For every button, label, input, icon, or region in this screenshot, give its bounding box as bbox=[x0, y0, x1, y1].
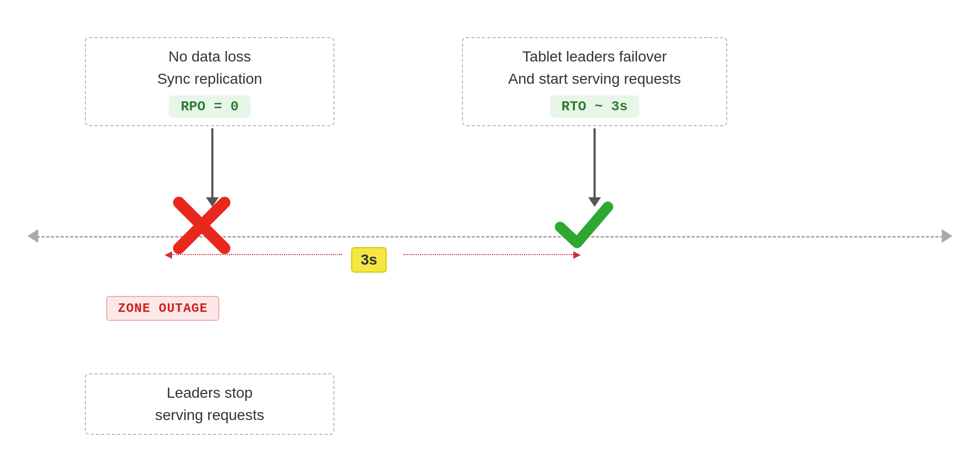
annotation-rpo-text: No data loss Sync replication bbox=[98, 46, 322, 90]
timeline-arrow-right bbox=[942, 229, 952, 243]
rto-line-left bbox=[172, 254, 342, 255]
annotation-rto-text: Tablet leaders failover And start servin… bbox=[475, 46, 715, 90]
rto-span-arrow-right bbox=[573, 251, 581, 259]
annotation-box-leaders: Leaders stop serving requests bbox=[85, 373, 334, 435]
rto-line1: Tablet leaders failover bbox=[522, 48, 667, 65]
rto-line-right bbox=[403, 254, 573, 255]
diagram-container: No data loss Sync replication RPO = 0 Ta… bbox=[0, 0, 980, 472]
rpo-line1: No data loss bbox=[168, 48, 251, 65]
rto-metric: RTO ~ 3s bbox=[550, 95, 640, 118]
arrow-rpo-to-x bbox=[206, 128, 219, 207]
leaders-line2: serving requests bbox=[155, 407, 264, 423]
x-mark bbox=[173, 196, 231, 255]
zone-outage-badge: ZONE OUTAGE bbox=[106, 296, 219, 321]
timeline bbox=[32, 236, 948, 238]
rto-span-arrow-left bbox=[165, 251, 172, 259]
arrow-line bbox=[211, 128, 213, 197]
timeline-arrow-left bbox=[28, 229, 38, 243]
annotation-box-rto: Tablet leaders failover And start servin… bbox=[462, 37, 727, 126]
rpo-metric: RPO = 0 bbox=[169, 95, 250, 118]
rpo-line2: Sync replication bbox=[157, 71, 262, 87]
check-mark bbox=[555, 196, 613, 255]
duration-label: 3s bbox=[351, 247, 386, 273]
rto-line2: And start serving requests bbox=[508, 71, 681, 87]
annotation-box-rpo: No data loss Sync replication RPO = 0 bbox=[85, 37, 334, 126]
annotation-leaders-text: Leaders stop serving requests bbox=[98, 382, 322, 426]
arrow-line2 bbox=[594, 128, 596, 197]
leaders-line1: Leaders stop bbox=[167, 384, 253, 401]
arrow-rto-to-check bbox=[588, 128, 601, 207]
